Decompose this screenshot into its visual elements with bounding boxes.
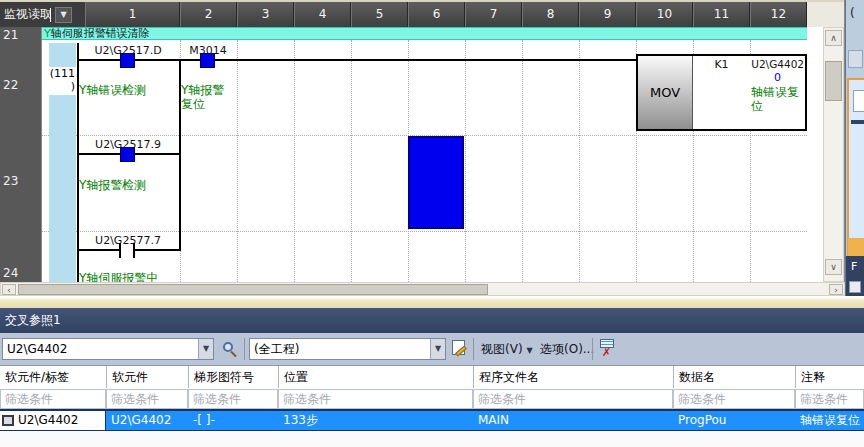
dock-highlight-item xyxy=(848,238,864,256)
ladder-column-header-11: 11 xyxy=(693,2,750,27)
scroll-down-icon[interactable]: ∨ xyxy=(825,259,842,275)
search-button[interactable] xyxy=(221,341,239,359)
horizontal-scrollbar[interactable]: ‹ › xyxy=(0,282,845,296)
dock-partial-text: ( xyxy=(850,6,855,20)
window-splitter[interactable] xyxy=(0,296,864,308)
vertical-scroll-thumb[interactable] xyxy=(825,61,842,101)
device-comment: Y轴报警检测 xyxy=(79,178,181,192)
text-cursor xyxy=(50,8,51,22)
instruction-mnemonic: MOV xyxy=(638,56,693,129)
contact-on-indicator[interactable] xyxy=(120,147,135,162)
contact-on-indicator[interactable] xyxy=(200,53,215,68)
ladder-column-header-9: 9 xyxy=(579,2,636,27)
monitor-mode-combobox[interactable]: 监视读取 xyxy=(0,2,85,27)
column-header-position[interactable]: 位置 xyxy=(278,366,473,388)
cell-dataname: ProgPou xyxy=(673,411,795,430)
left-power-rail xyxy=(77,43,79,282)
rung-wire xyxy=(77,59,636,61)
mode-dropdown-icon[interactable]: ▼ xyxy=(55,7,72,23)
instruction-operand-1: K1 xyxy=(694,58,749,71)
ladder-editor-canvas[interactable]: Y轴伺服报警错误清除 (111 ) U2\G2517.D Y轴错误检测 xyxy=(42,27,823,282)
view-menu-dropdown-icon: ▼ xyxy=(526,346,532,355)
device-comment: Y轴报警复位 xyxy=(181,83,235,111)
cell-position: 133步 xyxy=(278,411,473,430)
instruction-operand-2: U2\G4402 xyxy=(750,58,805,70)
clear-results-button[interactable]: ✗ xyxy=(600,339,616,359)
row-number-22: 22 xyxy=(0,78,18,92)
horizontal-scroll-thumb[interactable] xyxy=(18,284,488,295)
column-header-comment[interactable]: 注释 xyxy=(795,366,864,388)
filter-input-comment[interactable]: 筛选条件 xyxy=(795,389,864,409)
mov-instruction-block[interactable]: MOV K1 U2\G4402 0 轴错误复位 xyxy=(636,54,807,131)
contact-gap xyxy=(121,249,133,251)
combobox-dropdown-icon[interactable]: ▼ xyxy=(430,339,445,359)
step-number: (111 ) xyxy=(44,67,77,95)
cell-device: U2\G4402 xyxy=(106,411,188,430)
dock-subelement xyxy=(853,90,864,112)
scroll-up-icon[interactable]: ∧ xyxy=(825,30,842,46)
toolbar-separator xyxy=(473,338,474,360)
statement-text-head: Y xyxy=(44,27,51,40)
right-dock-strip: ( F xyxy=(845,0,864,306)
condition-settings-button[interactable] xyxy=(452,339,469,358)
ladder-column-header-2: 2 xyxy=(180,2,237,27)
dock-button[interactable] xyxy=(848,50,863,68)
cell-program: MAIN xyxy=(473,411,673,430)
statement-text: 轴伺服报警错误清除 xyxy=(51,27,150,40)
rung-statement-row[interactable]: Y轴伺服报警错误清除 xyxy=(42,27,807,40)
grid-line xyxy=(237,40,238,282)
grid-line xyxy=(294,40,295,282)
table-empty-area xyxy=(0,431,864,447)
cross-reference-titlebar: 交叉参照1 xyxy=(0,308,864,333)
column-header-dataname[interactable]: 数据名 xyxy=(673,366,795,388)
monitor-mode-label: 监视读取 xyxy=(4,7,52,21)
grid-line xyxy=(522,40,523,282)
cross-reference-toolbar: U2\G4402 ▼ (全工程) ▼ 视图(V) ▼ 选项(O)... xyxy=(0,333,864,366)
device-comment: Y轴错误检测 xyxy=(79,83,181,97)
view-menu[interactable]: 视图(V) ▼ xyxy=(481,338,533,362)
dock-divider xyxy=(851,120,864,124)
ladder-column-header-5: 5 xyxy=(351,2,408,27)
xref-result-row[interactable]: U2\G4402 U2\G4402 -[ ]- 133步 MAIN ProgPo… xyxy=(0,409,864,431)
column-header-device-label[interactable]: 软元件/标签 xyxy=(0,366,106,388)
contact-device-label: U2\G2577.7 xyxy=(90,234,166,247)
column-header-program[interactable]: 程序文件名 xyxy=(473,366,673,388)
options-menu[interactable]: 选项(O)... xyxy=(540,338,594,360)
red-x-icon: ✗ xyxy=(602,348,611,358)
panel-title: 交叉参照1 xyxy=(5,313,61,327)
device-search-combobox[interactable]: U2\G4402 ▼ xyxy=(2,338,214,360)
grid-line xyxy=(465,40,466,282)
filter-input-position[interactable]: 筛选条件 xyxy=(278,389,473,409)
search-icon-handle xyxy=(230,351,236,357)
search-scope-value: (全工程) xyxy=(254,342,299,356)
cell-comment: 轴错误复位 xyxy=(795,411,864,430)
ladder-column-header-12: 12 xyxy=(750,2,807,27)
search-scope-combobox[interactable]: (全工程) ▼ xyxy=(249,338,446,360)
scroll-right-icon[interactable]: › xyxy=(829,284,843,295)
header-gap xyxy=(807,2,845,27)
column-header-symbol[interactable]: 梯形图符号 xyxy=(188,366,278,388)
device-search-value: U2\G4402 xyxy=(7,342,67,356)
scroll-left-icon[interactable]: ‹ xyxy=(2,284,16,295)
ladder-column-header-1: 1 xyxy=(85,2,180,27)
combobox-dropdown-icon[interactable]: ▼ xyxy=(198,339,213,359)
dock-small-icon xyxy=(849,281,861,293)
monitor-value: 0 xyxy=(750,71,805,84)
ladder-column-header-7: 7 xyxy=(465,2,522,27)
row-number-21: 21 xyxy=(0,28,18,42)
application-window: 监视读取 ▼ 1 2 3 4 5 6 7 8 9 10 11 12 21 22 … xyxy=(0,0,864,447)
filter-input-symbol[interactable]: 筛选条件 xyxy=(188,389,278,409)
ladder-column-header-6: 6 xyxy=(408,2,465,27)
ladder-column-header-4: 4 xyxy=(294,2,351,27)
filter-input-program[interactable]: 筛选条件 xyxy=(473,389,673,409)
contact-symbol[interactable] xyxy=(133,243,135,258)
ladder-cursor-cell[interactable] xyxy=(408,136,464,229)
grid-line xyxy=(42,231,807,232)
column-header-device[interactable]: 软元件 xyxy=(106,366,188,388)
filter-input-device[interactable]: 筛选条件 xyxy=(106,389,188,409)
contact-on-indicator[interactable] xyxy=(120,53,135,68)
filter-input-dataname[interactable]: 筛选条件 xyxy=(673,389,795,409)
vertical-scrollbar[interactable]: ∧ ∨ xyxy=(823,27,844,282)
ladder-column-header-8: 8 xyxy=(522,2,579,27)
filter-input-device-label[interactable]: 筛选条件 xyxy=(0,389,106,409)
